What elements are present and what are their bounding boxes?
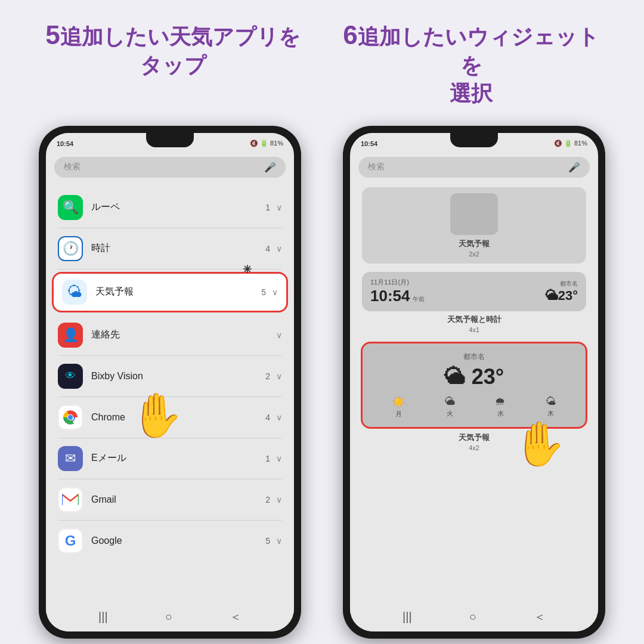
app-icon-weather: 🌤 (62, 280, 87, 305)
wc-ampm: 午前 (413, 295, 425, 304)
step6-num: 6 (343, 20, 357, 49)
mic-icon-right[interactable]: 🎤 (568, 162, 580, 173)
nav-recents-left[interactable]: ||| (98, 610, 108, 624)
nav-back-right[interactable]: ＜ (534, 609, 546, 625)
widget3-label: 天気予報 (358, 432, 590, 443)
wc-time-row: 10:54 午前 (370, 287, 425, 305)
widget-area: 天気予報 2x2 11月11日(月) 10:54 午前 (350, 182, 598, 603)
status-icons-right: 🔇 🔋 81% (554, 140, 587, 147)
app-chevron-bixby[interactable]: ∨ (276, 371, 282, 381)
wl-day-tue: 🌥 火 (445, 394, 456, 419)
app-chevron-chrome[interactable]: ∨ (276, 413, 282, 422)
wl-icon-thu: 🌤 (546, 395, 556, 408)
bottom-nav-right: ||| ○ ＜ (350, 603, 598, 631)
app-chevron-google[interactable]: ∨ (276, 536, 282, 546)
wl-day-thu: 🌤 木 (546, 394, 556, 419)
app-item-bixby[interactable]: 👁 Bixby Vision 2 ∨ (46, 356, 294, 397)
app-icon-chrome (58, 405, 83, 430)
app-name-contacts: 連絡先 (91, 329, 270, 341)
widget1-size: 2x2 (469, 250, 479, 258)
wl-day-mon: ☀️ 月 (392, 394, 405, 419)
wl-forecast: ☀️ 月 🌥 火 🌧 水 (372, 394, 576, 419)
step5-text: 追加したい天気アプリをタップ (60, 24, 301, 78)
app-chevron-weather[interactable]: ∨ (272, 287, 278, 297)
app-name-gmail: Gmail (91, 494, 265, 505)
step6-header: 6追加したいウィジェットを選択 (337, 18, 605, 108)
app-icon-bixby: 👁 (58, 364, 83, 389)
phone-left-notch (146, 133, 194, 147)
svg-rect-4 (62, 493, 79, 506)
widget2-label: 天気予報と時計 (362, 314, 586, 325)
app-list: 🔍 ルーペ 1 ∨ 🕐 時計 4 ∨ 🌤 天気予報 (46, 182, 294, 603)
nav-home-left[interactable]: ○ (165, 610, 172, 624)
app-count-bixby: 2 (265, 371, 270, 381)
svg-point-3 (68, 415, 73, 420)
wc-date: 11月11日(月) (370, 278, 425, 287)
app-chevron-clock[interactable]: ∨ (276, 244, 282, 253)
app-item-gmail[interactable]: Gmail 2 ∨ (46, 479, 294, 520)
app-count-email: 1 (265, 454, 270, 463)
app-name-weather: 天気予報 (95, 286, 261, 298)
wc-temp: 🌥23° (545, 288, 578, 304)
app-icon-gmail (58, 487, 83, 512)
app-chevron-contacts[interactable]: ∨ (276, 330, 282, 340)
widget3-size: 4x2 (358, 444, 590, 451)
instruction-header: 5追加したい天気アプリをタップ 6追加したいウィジェットを選択 (0, 0, 644, 120)
nav-home-right[interactable]: ○ (469, 610, 476, 624)
app-item-weather[interactable]: 🌤 天気予報 5 ∨ ✳ (52, 272, 288, 312)
app-icon-loupe: 🔍 (58, 195, 83, 220)
app-item-contacts[interactable]: 👤 連絡先 ∨ (46, 315, 294, 355)
app-item-email[interactable]: ✉ Eメール 1 ∨ (46, 438, 294, 479)
widget-section-1: 天気予報 2x2 (362, 187, 586, 264)
wl-icon-tue: 🌥 (445, 395, 456, 408)
status-icons-left: 🔇 🔋 81% (250, 140, 283, 147)
wl-label-wed: 水 (495, 409, 506, 418)
phone-right: 10:54 🔇 🔋 81% 検索 🎤 天気予報 2x2 (343, 126, 605, 639)
wl-icon-mon: ☀️ (392, 395, 405, 408)
app-count-google: 5 (265, 536, 270, 546)
step5-header: 5追加したい天気アプリをタップ (39, 18, 307, 108)
app-name-bixby: Bixby Vision (91, 371, 265, 382)
app-count-chrome: 4 (265, 413, 270, 422)
wl-label-mon: 月 (392, 410, 405, 419)
nav-back-left[interactable]: ＜ (230, 609, 242, 625)
weather-clock-widget[interactable]: 11月11日(月) 10:54 午前 都市名 🌥23° (362, 272, 586, 311)
widget3-info: 天気予報 4x2 (358, 432, 590, 451)
wc-left: 11月11日(月) 10:54 午前 (370, 278, 425, 305)
app-item-clock[interactable]: 🕐 時計 4 ∨ (46, 228, 294, 269)
wl-icon-wed: 🌧 (495, 395, 506, 408)
search-text-left: 検索 (64, 162, 80, 172)
wc-right: 都市名 🌥23° (545, 280, 578, 304)
search-bar-right[interactable]: 検索 🎤 (358, 157, 590, 178)
app-count-weather: 5 (261, 287, 266, 297)
widget-large-weather[interactable]: 都市名 🌥 23° ☀️ 月 🌥 火 (361, 342, 587, 429)
phone-right-screen: 10:54 🔇 🔋 81% 検索 🎤 天気予報 2x2 (350, 133, 598, 631)
wl-temp: 🌥 23° (372, 364, 576, 389)
mic-icon-left[interactable]: 🎤 (264, 162, 276, 173)
step6-text: 追加したいウィジェットを選択 (358, 24, 599, 106)
app-chevron-loupe[interactable]: ∨ (276, 203, 282, 212)
widget2-size: 4x1 (362, 326, 586, 333)
phones-container: 10:54 🔇 🔋 81% 検索 🎤 🔍 ルーペ 1 ∨ 🕐 (0, 126, 644, 639)
app-chevron-gmail[interactable]: ∨ (276, 495, 282, 504)
step5-num: 5 (45, 20, 60, 49)
app-icon-contacts: 👤 (58, 323, 83, 348)
phone-right-notch (450, 133, 498, 147)
app-icon-clock: 🕐 (58, 236, 83, 261)
app-item-google[interactable]: G Google 5 ∨ (46, 521, 294, 561)
search-bar-left[interactable]: 検索 🎤 (54, 157, 286, 178)
widget-preview-2x2 (450, 193, 498, 235)
wl-label-tue: 火 (445, 409, 456, 418)
widget-section-3: 都市名 🌥 23° ☀️ 月 🌥 火 (358, 342, 590, 451)
app-name-google: Google (91, 535, 265, 546)
nav-recents-right[interactable]: ||| (402, 610, 412, 624)
widget-section-2: 11月11日(月) 10:54 午前 都市名 🌥23° 天気予報と時計 (362, 272, 586, 333)
app-name-clock: 時計 (91, 242, 265, 255)
app-item-loupe[interactable]: 🔍 ルーペ 1 ∨ (46, 187, 294, 228)
wc-city: 都市名 (545, 280, 578, 288)
app-count-clock: 4 (265, 244, 270, 253)
app-chevron-email[interactable]: ∨ (276, 454, 282, 463)
phone-left-screen: 10:54 🔇 🔋 81% 検索 🎤 🔍 ルーペ 1 ∨ 🕐 (46, 133, 294, 631)
app-item-chrome[interactable]: Chrome 4 ∨ (46, 397, 294, 438)
wl-city: 都市名 (372, 352, 576, 362)
